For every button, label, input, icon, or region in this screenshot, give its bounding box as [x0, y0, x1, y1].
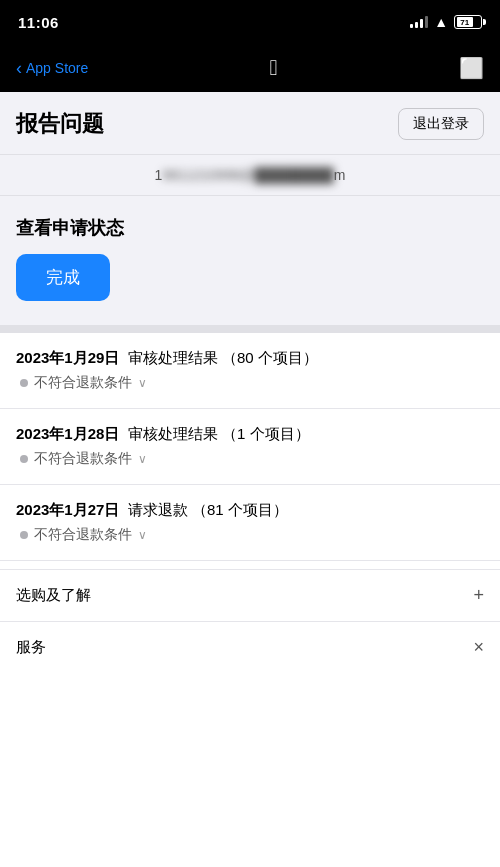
- history-action: 请求退款 （81 个项目）: [128, 501, 288, 518]
- status-chevron-icon: ∨: [138, 376, 147, 390]
- email-suffix: m: [334, 167, 346, 183]
- done-button[interactable]: 完成: [16, 254, 110, 301]
- footer-item-purchases[interactable]: 选购及了解 +: [0, 569, 500, 621]
- status-chevron-icon: ∨: [138, 528, 147, 542]
- history-item-header: 2023年1月28日 审核处理结果 （1 个项目）: [16, 425, 484, 444]
- history-date: 2023年1月29日: [16, 349, 119, 366]
- status-dot-icon: [20, 379, 28, 387]
- battery-level: 71: [457, 17, 473, 27]
- status-bar: 11:06 ▲ 71: [0, 0, 500, 44]
- history-item: 2023年1月27日 请求退款 （81 个项目） 不符合退款条件 ∨: [0, 485, 500, 561]
- view-status-title: 查看申请状态: [16, 216, 484, 240]
- history-list: 2023年1月29日 审核处理结果 （80 个项目） 不符合退款条件 ∨ 202…: [0, 333, 500, 561]
- back-chevron-icon: ‹: [16, 59, 22, 77]
- status-icons: ▲ 71: [410, 14, 482, 30]
- signal-icon: [410, 16, 428, 28]
- battery-icon: 71: [454, 15, 482, 29]
- status-text: 不符合退款条件: [34, 374, 132, 392]
- history-item: 2023年1月28日 审核处理结果 （1 个项目） 不符合退款条件 ∨: [0, 409, 500, 485]
- history-action: 审核处理结果 （80 个项目）: [128, 349, 318, 366]
- wifi-icon: ▲: [434, 14, 448, 30]
- email-blurred: 9811210998@████████: [162, 167, 333, 183]
- history-date: 2023年1月28日: [16, 425, 119, 442]
- footer-purchases-label: 选购及了解: [16, 586, 91, 605]
- history-status-row[interactable]: 不符合退款条件 ∨: [16, 374, 484, 392]
- history-item-header: 2023年1月29日 审核处理结果 （80 个项目）: [16, 349, 484, 368]
- status-dot-icon: [20, 531, 28, 539]
- history-date: 2023年1月27日: [16, 501, 119, 518]
- history-action: 审核处理结果 （1 个项目）: [128, 425, 310, 442]
- history-status-row[interactable]: 不符合退款条件 ∨: [16, 526, 484, 544]
- footer-item-services[interactable]: 服务 ×: [0, 621, 500, 673]
- bag-icon[interactable]: ⬜: [459, 56, 484, 80]
- history-item: 2023年1月29日 审核处理结果 （80 个项目） 不符合退款条件 ∨: [0, 333, 500, 409]
- status-text: 不符合退款条件: [34, 526, 132, 544]
- back-button[interactable]: ‹ App Store: [16, 59, 88, 77]
- status-time: 11:06: [18, 14, 59, 31]
- back-label: App Store: [26, 60, 88, 76]
- status-text: 不符合退款条件: [34, 450, 132, 468]
- page-header: 报告问题 退出登录: [0, 92, 500, 155]
- view-status-section: 查看申请状态 完成: [0, 196, 500, 333]
- footer: 选购及了解 + 服务 ×: [0, 569, 500, 673]
- history-status-row[interactable]: 不符合退款条件 ∨: [16, 450, 484, 468]
- footer-services-icon: ×: [473, 637, 484, 658]
- nav-bar: ‹ App Store  ⬜: [0, 44, 500, 92]
- status-dot-icon: [20, 455, 28, 463]
- footer-services-label: 服务: [16, 638, 46, 657]
- email-prefix: 1: [155, 167, 163, 183]
- history-item-header: 2023年1月27日 请求退款 （81 个项目）: [16, 501, 484, 520]
- logout-button[interactable]: 退出登录: [398, 108, 484, 140]
- apple-logo-icon: : [270, 55, 278, 81]
- footer-purchases-icon: +: [473, 585, 484, 606]
- page-title: 报告问题: [16, 109, 104, 139]
- email-banner: 19811210998@████████m: [0, 155, 500, 196]
- status-chevron-icon: ∨: [138, 452, 147, 466]
